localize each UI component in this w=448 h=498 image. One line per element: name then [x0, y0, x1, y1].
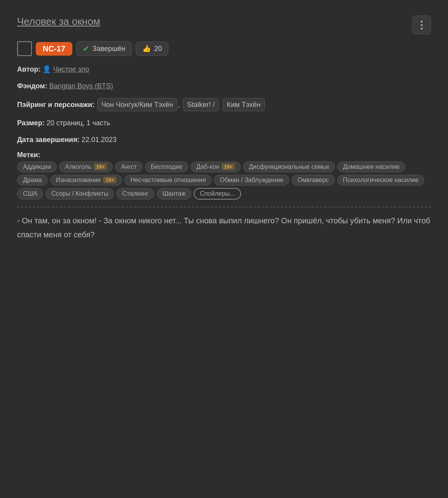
user-icon: 👤: [42, 65, 53, 73]
status-label: Завершён: [93, 45, 126, 53]
date-section: Дата завершения: 22.01.2023: [17, 134, 431, 146]
select-checkbox[interactable]: [17, 41, 32, 56]
title-row: Человек за окном: [17, 16, 431, 34]
tag-13[interactable]: США: [17, 188, 43, 200]
author-section: Автор: 👤 Чистое зло: [17, 64, 431, 75]
tag-1[interactable]: Алкоголь 18+: [59, 161, 113, 172]
likes-count: 20: [154, 45, 162, 53]
thumbs-up-icon: 👍: [142, 44, 151, 53]
tag-11[interactable]: Омегаверс: [292, 175, 335, 186]
tag-5[interactable]: Дисфункциональные семьи: [243, 161, 335, 172]
dot2: [421, 24, 423, 26]
check-icon: ✔: [83, 44, 89, 53]
pairing-section: Пэйринг и персонажи: Чон Чонгук/Ким Тэхё…: [17, 97, 431, 112]
more-options-button[interactable]: [412, 16, 431, 34]
size-value: 20 страниц, 1 часть: [47, 119, 110, 127]
author-link[interactable]: Чистое зло: [53, 65, 89, 73]
tag-9[interactable]: Несчастливые отношения: [124, 175, 212, 186]
likes-badge: 👍 20: [136, 42, 168, 56]
date-value: 22.01.2023: [82, 136, 117, 144]
tag-6[interactable]: Домашнее насилие: [337, 161, 406, 172]
pairing-tag-3[interactable]: Ким Тэхён: [222, 98, 265, 112]
badges-row: NC-17 ✔ Завершён 👍 20: [17, 41, 431, 56]
author-label: Автор:: [17, 65, 40, 73]
tag-17[interactable]: Спойлеры...: [194, 188, 241, 200]
section-divider: [17, 207, 431, 207]
tag-8[interactable]: Изнасилование 18+: [50, 175, 122, 186]
tags-section: Метки: АддикцииАлкоголь 18+АнгстБесплоди…: [17, 151, 431, 200]
tag-4[interactable]: Даб-кон 18+: [191, 161, 241, 172]
dot3: [421, 28, 423, 30]
tag-12[interactable]: Психологическое насилие: [337, 175, 425, 186]
size-section: Размер: 20 страниц, 1 часть: [17, 117, 431, 129]
fandom-section: Фэндом: Bangtan Boys (BTS): [17, 81, 431, 92]
tag-15[interactable]: Сталкинг: [116, 188, 154, 200]
tag-7[interactable]: Драма: [17, 175, 48, 186]
tag-3[interactable]: Бесплодие: [145, 161, 188, 172]
tags-label: Метки:: [17, 151, 40, 159]
date-label: Дата завершения:: [17, 136, 80, 144]
tag-0[interactable]: Аддикции: [17, 161, 57, 172]
size-label: Размер:: [17, 119, 45, 127]
tag-14[interactable]: Ссоры / Конфликты: [46, 188, 114, 200]
pairing-tag-1[interactable]: Чон Чонгук/Ким Тэхён: [97, 98, 177, 112]
tag-2[interactable]: Ангст: [115, 161, 142, 172]
fandom-label: Фэндом:: [17, 82, 47, 90]
tag-16[interactable]: Шантаж: [157, 188, 191, 200]
rating-badge: NC-17: [36, 42, 72, 56]
tag-10[interactable]: Обман / Заблуждение: [214, 175, 289, 186]
pairing-tag-2[interactable]: Stalker! /: [183, 98, 219, 112]
dot1: [421, 21, 423, 23]
status-badge: ✔ Завершён: [76, 41, 132, 56]
tags-container: АддикцииАлкоголь 18+АнгстБесплодиеДаб-ко…: [17, 161, 431, 200]
fanfic-title[interactable]: Человек за окном: [17, 16, 100, 28]
fanfic-card: Человек за окном NC-17 ✔ Завершён 👍 20 А…: [8, 8, 440, 249]
pairing-label: Пэйринг и персонажи:: [17, 101, 94, 109]
description: - Он там, он за окном! - За окном никого…: [17, 214, 431, 242]
fandom-link[interactable]: Bangtan Boys (BTS): [49, 82, 113, 90]
